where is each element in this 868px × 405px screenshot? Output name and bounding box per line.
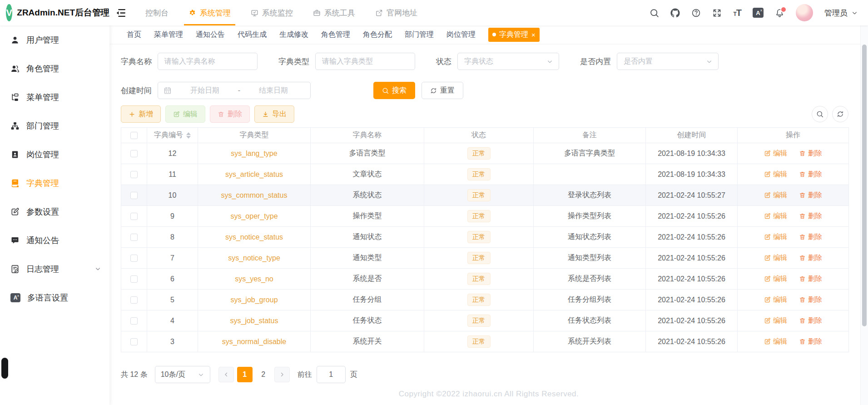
- row-edit-button[interactable]: 编辑: [764, 232, 787, 242]
- sidebar-item[interactable]: 参数设置: [0, 197, 109, 226]
- row-edit-button[interactable]: 编辑: [764, 337, 787, 346]
- date-range-input[interactable]: 开始日期 - 结束日期: [158, 82, 311, 99]
- row-checkbox[interactable]: [130, 192, 138, 199]
- user-menu[interactable]: 管理员: [824, 8, 858, 18]
- logo-area[interactable]: V ZRAdmin.NET后台管理: [0, 4, 109, 21]
- row-edit-button[interactable]: 编辑: [764, 295, 787, 305]
- dict-type-link[interactable]: sys_oper_type: [230, 212, 278, 220]
- drawer-handle[interactable]: [1, 358, 8, 379]
- top-nav-item[interactable]: 官网地址: [365, 0, 427, 25]
- page-size-select[interactable]: 10条/页: [155, 366, 210, 383]
- sidebar-item[interactable]: Ax多语言设置: [0, 283, 109, 312]
- sort-control[interactable]: [186, 132, 191, 139]
- row-checkbox[interactable]: [130, 213, 138, 220]
- row-delete-button[interactable]: 删除: [799, 149, 822, 158]
- next-page-button[interactable]: [274, 367, 290, 382]
- dict-type-link[interactable]: sys_job_group: [230, 296, 278, 304]
- tab-item[interactable]: 字典管理×: [488, 28, 540, 42]
- tab-item[interactable]: 首页: [127, 30, 141, 40]
- sidebar-item[interactable]: 菜单管理: [0, 83, 109, 111]
- row-checkbox[interactable]: [130, 150, 138, 157]
- sidebar-item[interactable]: 部门管理: [0, 111, 109, 140]
- row-edit-button[interactable]: 编辑: [764, 274, 787, 284]
- scrollbar-track[interactable]: [860, 25, 868, 405]
- delete-button[interactable]: 删除: [210, 105, 250, 123]
- dict-type-link[interactable]: sys_common_status: [221, 191, 288, 199]
- tab-item[interactable]: 部门管理: [405, 30, 434, 40]
- avatar[interactable]: [796, 4, 813, 21]
- row-delete-button[interactable]: 删除: [799, 170, 822, 179]
- tab-close-icon[interactable]: ×: [531, 31, 536, 38]
- row-delete-button[interactable]: 删除: [799, 211, 822, 221]
- page-number-button[interactable]: 2: [256, 367, 271, 382]
- sort-desc-icon[interactable]: [186, 136, 191, 139]
- search-button[interactable]: 搜索: [373, 82, 415, 99]
- show-search-button[interactable]: [812, 106, 828, 122]
- translate-icon[interactable]: Ax: [753, 8, 764, 18]
- dict-type-link[interactable]: sys_notice_status: [225, 233, 283, 241]
- row-checkbox[interactable]: [130, 296, 138, 304]
- sidebar-item[interactable]: 通知公告: [0, 226, 109, 255]
- help-icon[interactable]: [691, 8, 701, 18]
- top-nav-item[interactable]: 控制台: [135, 0, 179, 25]
- row-delete-button[interactable]: 删除: [799, 316, 822, 325]
- search-icon[interactable]: [650, 8, 659, 18]
- row-checkbox[interactable]: [130, 338, 138, 345]
- row-delete-button[interactable]: 删除: [799, 274, 822, 284]
- status-select[interactable]: 字典状态: [457, 53, 559, 70]
- row-delete-button[interactable]: 删除: [799, 232, 822, 242]
- prev-page-button[interactable]: [218, 367, 234, 382]
- dict-type-link[interactable]: sys_article_status: [225, 170, 283, 178]
- tab-item[interactable]: 菜单管理: [154, 30, 183, 40]
- row-edit-button[interactable]: 编辑: [764, 316, 787, 325]
- add-button[interactable]: 新增: [121, 105, 161, 123]
- bell-icon[interactable]: [775, 8, 784, 18]
- fullscreen-icon[interactable]: [712, 8, 722, 18]
- select-all-checkbox[interactable]: [130, 132, 138, 139]
- font-size-icon[interactable]: TT: [733, 8, 741, 17]
- edit-button[interactable]: 编辑: [165, 105, 205, 123]
- top-nav-item[interactable]: 系统监控: [241, 0, 303, 25]
- row-edit-button[interactable]: 编辑: [764, 211, 787, 221]
- top-nav-item[interactable]: 系统工具: [303, 0, 365, 25]
- tab-item[interactable]: 角色分配: [363, 30, 392, 40]
- sidebar-item[interactable]: 角色管理: [0, 54, 109, 83]
- row-checkbox[interactable]: [130, 234, 138, 241]
- sidebar-item[interactable]: 日志管理: [0, 255, 109, 283]
- dict-type-link[interactable]: sys_notice_type: [228, 254, 280, 262]
- export-button[interactable]: 导出: [254, 105, 294, 123]
- tab-item[interactable]: 通知公告: [196, 30, 225, 40]
- row-delete-button[interactable]: 删除: [799, 295, 822, 305]
- dict-type-link[interactable]: sys_job_status: [230, 317, 278, 325]
- row-checkbox[interactable]: [130, 275, 138, 283]
- tab-item[interactable]: 岗位管理: [446, 30, 476, 40]
- row-edit-button[interactable]: 编辑: [764, 170, 787, 179]
- refresh-table-button[interactable]: [832, 106, 848, 122]
- dict-type-link[interactable]: sys_yes_no: [235, 275, 273, 283]
- dict-type-input[interactable]: [315, 53, 415, 70]
- dict-name-input[interactable]: [158, 53, 258, 70]
- page-number-button[interactable]: 1: [237, 367, 253, 382]
- tab-item[interactable]: 生成修改: [279, 30, 308, 40]
- row-edit-button[interactable]: 编辑: [764, 190, 787, 200]
- dict-type-link[interactable]: sys_lang_type: [231, 150, 277, 157]
- row-checkbox[interactable]: [130, 171, 138, 178]
- tab-item[interactable]: 角色管理: [321, 30, 350, 40]
- sidebar-item[interactable]: 岗位管理: [0, 140, 109, 169]
- sort-asc-icon[interactable]: [186, 132, 191, 135]
- scrollbar-thumb[interactable]: [862, 45, 867, 326]
- builtin-select[interactable]: 是否内置: [617, 53, 719, 70]
- row-edit-button[interactable]: 编辑: [764, 149, 787, 158]
- sidebar-collapse-button[interactable]: [115, 7, 126, 19]
- row-delete-button[interactable]: 删除: [799, 190, 822, 200]
- dict-type-link[interactable]: sys_normal_disable: [222, 338, 286, 345]
- row-delete-button[interactable]: 删除: [799, 337, 822, 346]
- github-icon[interactable]: [670, 8, 680, 18]
- goto-page-input[interactable]: [317, 366, 346, 383]
- row-edit-button[interactable]: 编辑: [764, 253, 787, 263]
- top-nav-item[interactable]: 系统管理: [179, 0, 241, 25]
- row-checkbox[interactable]: [130, 255, 138, 262]
- row-delete-button[interactable]: 删除: [799, 253, 822, 263]
- sidebar-item[interactable]: 字典管理: [0, 169, 109, 197]
- tab-item[interactable]: 代码生成: [238, 30, 267, 40]
